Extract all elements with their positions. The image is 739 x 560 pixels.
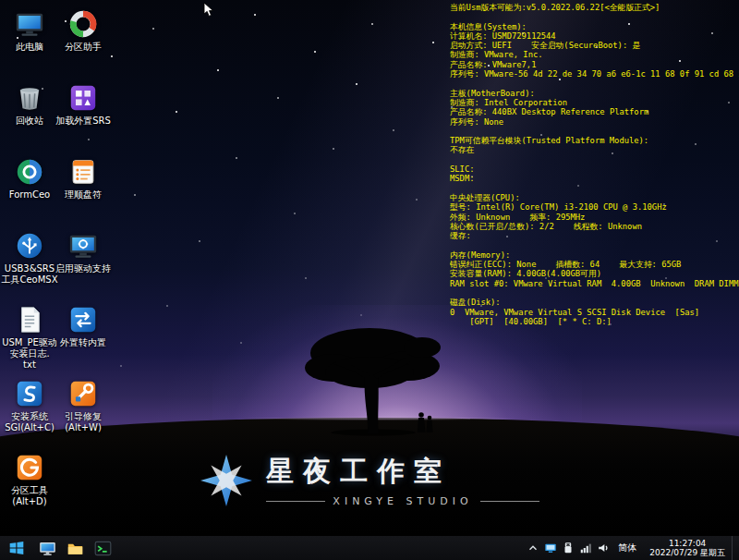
usb3-srs-icon: [14, 230, 45, 262]
system-info-line: 缓存:: [450, 231, 739, 240]
system-info-line: 序列号: None: [450, 117, 739, 127]
system-info-line: MSDM:: [450, 174, 739, 183]
night-sky-stars: [0, 0, 2, 2]
system-info-line: 核心数(已开启/总数): 2/2 线程数: Unknown: [450, 222, 739, 231]
desktop-icon-ext-to-int[interactable]: 外置转内置: [54, 301, 113, 375]
desktop-icon-label: 启用驱动支持: [49, 263, 117, 274]
clock-date: 2022/07/29 星期五: [649, 548, 725, 558]
ql-monitor-icon: [39, 540, 56, 557]
this-pc-icon: [14, 8, 45, 40]
load-srs-icon: [67, 82, 99, 114]
system-info-line: 序列号: VMware-56 4d 22 de 34 70 a6 e6-1c 1…: [450, 69, 739, 79]
system-info-line: 当前Usm版本可能为:v5.0.2022.06.22[<全能版正式>]: [450, 3, 739, 12]
partition-assistant-icon: [67, 8, 99, 40]
system-info-line: [450, 240, 739, 250]
quick-launch-button-ql-folder[interactable]: [61, 536, 89, 560]
tree-silhouette: [297, 322, 453, 436]
system-info-line: 安装容量(RAM): 4.00GB(4.00GB可用): [450, 269, 739, 278]
studio-watermark: 星夜工作室 XINGYE STUDIO: [0, 453, 739, 507]
system-info-line: [450, 184, 739, 193]
taskbar-tray: 简体 11:27:04 2022/07/29 星期五: [524, 536, 739, 560]
system-info-line: [450, 127, 739, 136]
tray-button-tray-volume[interactable]: [594, 536, 612, 560]
tray-volume-icon: [597, 542, 610, 554]
watermark-subtitle-row: XINGYE STUDIO: [266, 495, 539, 507]
system-info-line: 计算机名: USMD729112544: [450, 31, 739, 41]
system-info-line: [450, 79, 739, 88]
watermark-subtitle: XINGYE STUDIO: [333, 495, 472, 507]
system-info-line: 内存(Memory):: [450, 250, 739, 260]
taskbar-left: [0, 536, 116, 560]
tray-icons-area: [524, 536, 612, 560]
input-method-indicator[interactable]: 简体: [612, 542, 643, 554]
sgi-install-icon: [14, 378, 45, 409]
desktop-icons-column-2: 分区助手 加载外置SRS 理顺盘符 启用驱动支持 外置转内置: [54, 6, 113, 449]
watermark-line-right: [480, 501, 539, 502]
system-info-line: RAM slot #0: VMware Virtual RAM 4.00GB U…: [450, 279, 739, 288]
quick-launch-button-ql-monitor[interactable]: [33, 536, 61, 560]
desktop-icon-boot-repair[interactable]: 引导修复 (Alt+W): [54, 375, 113, 449]
system-info-line: 0 VMware, VMware Virtual S SCSI Disk Dev…: [450, 308, 739, 317]
system-info-line: 磁盘(Disk):: [450, 298, 739, 307]
system-info-line: 中央处理器(CPU):: [450, 193, 739, 202]
desktop-icon-label: 分区工具 (Alt+D): [0, 485, 64, 507]
system-info-line: [450, 155, 739, 164]
xingye-star-logo-icon: [200, 454, 253, 507]
show-desktop-button[interactable]: [732, 536, 737, 560]
desktop-icon-label: 分区助手: [49, 42, 117, 53]
system-info-line: 本机信息(System):: [450, 22, 739, 31]
tray-button-tray-display[interactable]: [541, 536, 559, 560]
chevron-up-icon: [527, 542, 539, 554]
ql-cmd-icon: [94, 540, 112, 557]
system-info-line: TPM可信赖平台模块(Trusted Platform Module):: [450, 136, 739, 145]
system-info-line: 产品名称: 440BX Desktop Reference Platform: [450, 107, 739, 116]
quick-launch-area: [33, 536, 116, 560]
system-info-line: [GPT] [40.00GB] [* * C: D:]: [450, 317, 739, 326]
clock-time: 11:27:04: [649, 539, 725, 549]
desktop-icon-driver-support[interactable]: 启用驱动支持: [54, 227, 113, 301]
taskbar-clock[interactable]: 11:27:04 2022/07/29 星期五: [643, 539, 732, 558]
desktop-icon-label: 引导修复 (Alt+W): [49, 411, 117, 433]
recycle-bin-icon: [14, 82, 45, 114]
system-info-line: 外频: Unknown 频率: 295MHz: [450, 213, 739, 222]
tray-display-icon: [544, 542, 557, 554]
tray-button-tray-network[interactable]: [576, 536, 594, 560]
driver-support-icon: [67, 230, 99, 262]
desktop-icon-drive-letters[interactable]: 理顺盘符: [54, 153, 113, 227]
tray-button-tray-usb[interactable]: [559, 536, 576, 560]
desktop-icon-label: 外置转内置: [49, 337, 117, 348]
txt-file-icon: [14, 304, 45, 335]
system-info-line: 错误纠正(ECC): None 插槽数: 64 最大支持: 65GB: [450, 260, 739, 269]
start-button[interactable]: [0, 536, 33, 560]
system-info-line: 制造商: Intel Corporation: [450, 98, 739, 107]
system-info-line: 不存在: [450, 145, 739, 154]
tray-usb-icon: [562, 542, 575, 554]
tray-network-icon: [579, 542, 592, 554]
system-info-line: 主板(MotherBoard):: [450, 89, 739, 98]
partition-tool-icon: [14, 452, 45, 483]
desktop-icon-label: 理顺盘符: [49, 189, 117, 201]
tray-button-chevron-up[interactable]: [524, 536, 541, 560]
system-info-line: SLIC:: [450, 164, 739, 174]
system-info-line: [450, 12, 739, 21]
desktop-icon-load-srs[interactable]: 加载外置SRS: [54, 79, 113, 153]
watermark-text: 星夜工作室 XINGYE STUDIO: [266, 453, 539, 507]
system-info-line: 型号: Intel(R) Core(TM) i3-2100 CPU @ 3.10…: [450, 202, 739, 212]
windows-logo-icon: [8, 540, 25, 556]
desktop-icon-label: 加载外置SRS: [49, 116, 117, 127]
ql-folder-icon: [67, 540, 84, 557]
quick-launch-button-ql-cmd[interactable]: [89, 536, 116, 560]
screen: 星夜工作室 XINGYE STUDIO 此电脑 回收站: [0, 0, 739, 560]
desktop-icon-partition-assistant[interactable]: 分区助手: [54, 6, 113, 79]
system-info-panel: 当前Usm版本可能为:v5.0.2022.06.22[<全能版正式>] 本机信息…: [450, 3, 739, 326]
system-info-line: 制造商: VMware, Inc.: [450, 50, 739, 59]
system-info-line: [450, 288, 739, 298]
watermark-line-left: [266, 501, 325, 502]
desktop-icon-partition-tool[interactable]: 分区工具 (Alt+D): [0, 449, 59, 523]
taskbar: 简体 11:27:04 2022/07/29 星期五: [0, 535, 739, 560]
drive-letters-icon: [67, 156, 99, 188]
system-info-line: 启动方式: UEFI 安全启动(SecureBoot): 是: [450, 41, 739, 50]
watermark-title: 星夜工作室: [266, 453, 539, 491]
ext-to-int-icon: [67, 304, 99, 335]
formceo-icon: [14, 156, 45, 188]
